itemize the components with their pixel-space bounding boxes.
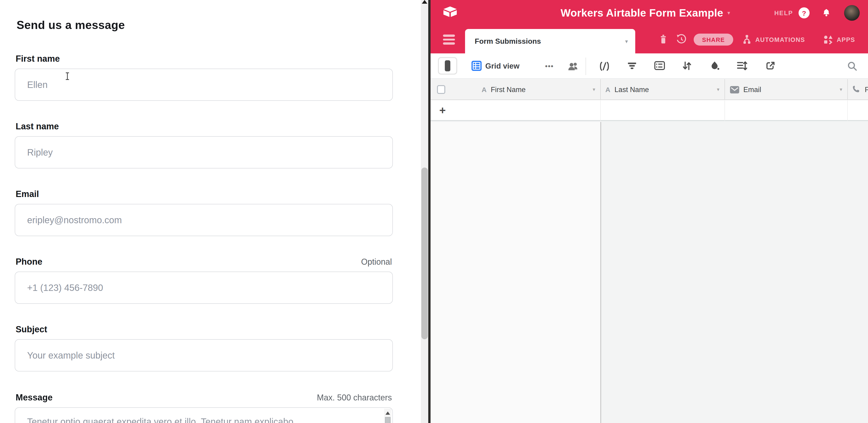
subject-label: Subject <box>16 325 47 335</box>
column-divider <box>724 100 725 121</box>
color-icon[interactable] <box>710 61 720 73</box>
notifications-bell-icon[interactable] <box>822 7 831 20</box>
airtable-window: Workers Airtable Form Example ▾ HELP ? F… <box>431 0 868 423</box>
column-divider <box>847 100 848 121</box>
share-button[interactable]: SHARE <box>694 34 733 46</box>
toolbar-divider <box>586 58 586 75</box>
first-name-field: First name <box>15 54 393 101</box>
grid-view-icon <box>471 61 482 73</box>
email-envelope-icon <box>730 86 739 93</box>
view-toolbar: Grid view ••• <box>431 53 868 79</box>
base-title: Workers Airtable Form Example <box>560 7 723 19</box>
phone-label: Phone <box>16 257 42 267</box>
first-name-input[interactable] <box>15 68 393 101</box>
view-options-dots-icon[interactable]: ••• <box>545 53 554 79</box>
grid-empty-area <box>431 122 868 423</box>
message-maxchars-hint: Max. 500 characters <box>317 393 392 403</box>
base-title-menu[interactable]: Workers Airtable Form Example ▾ <box>560 0 730 26</box>
screen: Send us a message First name Last name E… <box>0 0 868 423</box>
hide-fields-icon[interactable] <box>599 61 610 73</box>
apps-icon <box>823 34 834 45</box>
last-name-field: Last name <box>15 122 393 169</box>
phone-icon <box>852 85 861 94</box>
table-tab-form-submissions[interactable]: Form Submissions ▾ <box>465 29 635 53</box>
add-record-row[interactable]: + <box>431 100 868 121</box>
group-icon[interactable] <box>654 61 665 72</box>
view-sidebar-toggle-button[interactable] <box>438 57 457 74</box>
chevron-down-icon: ▾ <box>625 38 628 44</box>
page-scrollbar[interactable] <box>421 0 428 423</box>
email-input[interactable] <box>15 204 393 236</box>
trash-icon[interactable] <box>658 34 669 47</box>
message-textarea[interactable]: Tenetur optio quaerat expedita vero et i… <box>15 407 393 423</box>
form-title: Send us a message <box>17 19 125 32</box>
help-question-icon[interactable]: ? <box>799 7 810 19</box>
user-avatar[interactable] <box>844 5 860 21</box>
first-name-label: First name <box>16 54 60 64</box>
column-header-phone[interactable]: Phone <box>847 79 868 100</box>
subject-field: Subject <box>15 325 393 371</box>
share-view-icon[interactable] <box>766 61 776 73</box>
phone-input[interactable] <box>15 272 393 304</box>
history-icon[interactable] <box>676 34 687 47</box>
window-gap <box>428 0 431 423</box>
scroll-up-arrow-icon[interactable] <box>385 412 390 415</box>
help-button[interactable]: HELP <box>774 0 793 26</box>
single-line-text-icon: A <box>606 86 611 93</box>
textarea-scrollbar[interactable] <box>384 409 392 423</box>
scrollbar-top-arrow-icon[interactable] <box>422 0 427 4</box>
column-header-last-name[interactable]: A Last Name ▾ <box>600 79 724 100</box>
table-tab-label: Form Submissions <box>475 37 541 46</box>
single-line-text-icon: A <box>482 86 487 93</box>
ibeam-mouse-cursor <box>65 72 70 82</box>
email-label: Email <box>16 189 39 199</box>
airtable-titlebar: Workers Airtable Form Example ▾ HELP ? <box>431 0 868 26</box>
automations-icon <box>742 34 752 44</box>
contact-form-window: Send us a message First name Last name E… <box>0 0 428 423</box>
search-icon[interactable] <box>847 61 858 73</box>
airtable-logo-icon[interactable] <box>442 6 458 21</box>
phone-optional-hint: Optional <box>361 257 392 267</box>
sidebar-menu-icon[interactable] <box>443 34 455 46</box>
message-field: Message Max. 500 characters Tenetur opti… <box>15 393 393 423</box>
automations-label: AUTOMATIONS <box>755 36 805 43</box>
chevron-down-icon[interactable]: ▾ <box>717 87 719 92</box>
phone-field: Phone Optional <box>15 257 393 304</box>
chevron-down-icon: ▾ <box>727 10 730 16</box>
sort-icon[interactable] <box>682 61 692 73</box>
apps-label: APPS <box>837 36 855 43</box>
email-field: Email <box>15 189 393 236</box>
message-text: Tenetur optio quaerat expedita vero et i… <box>27 416 374 423</box>
view-name-button[interactable]: Grid view <box>485 53 520 79</box>
filter-icon[interactable] <box>627 61 637 73</box>
textarea-scroll-thumb[interactable] <box>385 417 391 423</box>
column-header-first-name[interactable]: A First Name ▾ <box>431 79 600 100</box>
first-column-background <box>431 122 600 423</box>
airtable-tab-bar: Form Submissions ▾ SHARE <box>431 26 868 53</box>
column-header-email[interactable]: Email ▾ <box>724 79 847 100</box>
column-divider <box>600 100 601 121</box>
subject-input[interactable] <box>15 339 393 371</box>
sidebar-toggle-icon <box>445 60 450 71</box>
row-height-icon[interactable] <box>737 61 747 73</box>
automations-button[interactable]: AUTOMATIONS <box>742 26 805 53</box>
chevron-down-icon[interactable]: ▾ <box>593 87 595 92</box>
column-divider <box>600 122 601 423</box>
chevron-down-icon[interactable]: ▾ <box>840 87 842 92</box>
last-name-input[interactable] <box>15 136 393 169</box>
last-name-label: Last name <box>16 122 59 132</box>
collaborators-icon[interactable] <box>567 62 579 73</box>
add-record-plus-icon[interactable]: + <box>439 104 446 117</box>
message-label: Message <box>16 393 53 403</box>
grid-header-row: A First Name ▾ A Last Name ▾ Email ▾ <box>431 79 868 100</box>
page-scrollbar-thumb[interactable] <box>421 168 428 339</box>
apps-button[interactable]: APPS <box>823 26 855 53</box>
